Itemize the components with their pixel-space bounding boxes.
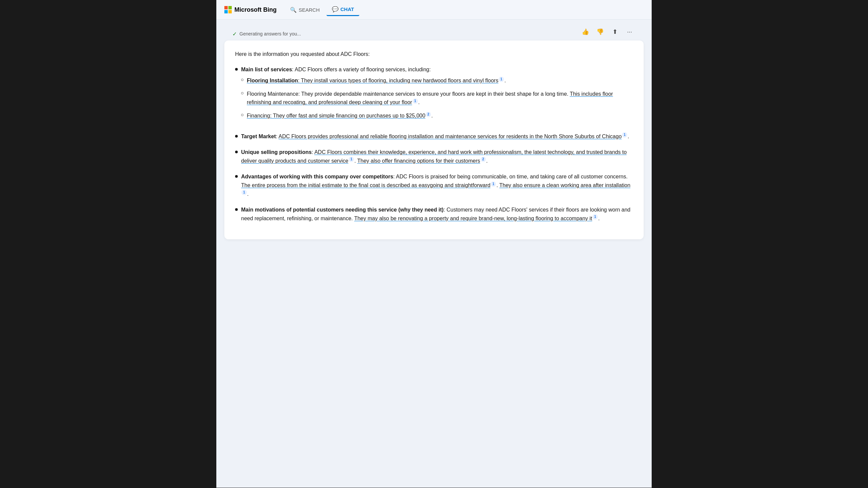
services-label: Main list of services: ADC Floors offers… — [241, 67, 431, 72]
installation-link[interactable]: Flooring Installation: They install vari… — [247, 78, 498, 83]
services-content: Main list of services: ADC Floors offers… — [241, 65, 633, 125]
list-item-target-market: Target Market: ADC Floors provides profe… — [235, 132, 633, 141]
header-top: ✓ Generating answers for you... 👍 👎 ⬆ ··… — [216, 20, 652, 40]
svg-rect-2 — [224, 10, 228, 13]
main-list: Main list of services: ADC Floors offers… — [235, 65, 633, 223]
motivations-content: Main motivations of potential customers … — [241, 205, 633, 223]
bullet-motivations — [235, 208, 238, 211]
sub-bullet-installation — [241, 79, 244, 81]
advantages-label: Advantages of working with this company … — [241, 174, 393, 180]
more-button[interactable]: ··· — [624, 26, 636, 38]
top-bar: Microsoft Bing 🔍 SEARCH 💬 CHAT — [216, 0, 652, 20]
search-icon: 🔍 — [290, 7, 297, 13]
advantages-link1[interactable]: The entire process from the initial esti… — [241, 183, 490, 188]
sub-bullet-maintenance — [241, 92, 244, 94]
target-market-label: Target Market — [241, 134, 276, 139]
bullet-usp — [235, 151, 238, 153]
thumbsdown-button[interactable]: 👎 — [594, 26, 606, 38]
advantages-content: Advantages of working with this company … — [241, 172, 633, 198]
bing-logo[interactable]: Microsoft Bing — [224, 6, 277, 13]
citation-2b: 2 — [480, 157, 486, 162]
nav-tabs: 🔍 SEARCH 💬 CHAT — [285, 3, 359, 16]
sub-item-maintenance: Flooring Maintenance: They provide depen… — [241, 90, 633, 107]
tab-chat-label: CHAT — [341, 6, 354, 12]
status-bar: ✓ Generating answers for you... — [224, 27, 309, 37]
tab-search-label: SEARCH — [299, 7, 320, 13]
citation-1f: 1 — [242, 190, 247, 195]
sub-bullet-financing — [241, 114, 244, 116]
bullet-advantages — [235, 175, 238, 178]
browser-window: Microsoft Bing 🔍 SEARCH 💬 CHAT ✓ Generat… — [216, 0, 652, 488]
maintenance-text: Flooring Maintenance: They provide depen… — [247, 90, 633, 107]
bing-logo-text: Microsoft Bing — [235, 6, 277, 13]
sub-list-services: Flooring Installation: They install vari… — [241, 76, 633, 120]
citation-2a: 2 — [426, 112, 431, 117]
advantages-link2[interactable]: They also ensure a clean working area af… — [499, 183, 630, 188]
citation-1g: 1 — [592, 214, 598, 220]
thumbsup-button[interactable]: 👍 — [579, 26, 591, 38]
motivations-link1[interactable]: They may also be renovating a property a… — [354, 216, 592, 221]
list-item-advantages: Advantages of working with this company … — [235, 172, 633, 198]
intro-text: Here is the information you requested ab… — [235, 50, 633, 59]
citation-1a: 1 — [499, 77, 504, 82]
list-item-usp: Unique selling propositions: ADC Floors … — [235, 148, 633, 165]
main-content: ✓ Generating answers for you... 👍 👎 ⬆ ··… — [216, 20, 652, 488]
chat-icon: 💬 — [332, 6, 339, 12]
financing-link[interactable]: Financing: They offer fast and simple fi… — [247, 113, 425, 119]
tab-chat[interactable]: 💬 CHAT — [327, 3, 360, 16]
usp-content: Unique selling propositions: ADC Floors … — [241, 148, 633, 165]
target-market-link[interactable]: ADC Floors provides professional and rel… — [279, 134, 622, 139]
status-text: Generating answers for you... — [240, 31, 301, 36]
citation-1c: 1 — [622, 132, 627, 137]
svg-rect-0 — [224, 6, 228, 9]
share-button[interactable]: ⬆ — [609, 26, 621, 38]
bing-logo-icon — [224, 6, 232, 13]
list-item-services: Main list of services: ADC Floors offers… — [235, 65, 633, 125]
check-icon: ✓ — [232, 31, 237, 37]
tab-search[interactable]: 🔍 SEARCH — [285, 4, 325, 16]
maintenance-link[interactable]: This includes floor refinishing and reco… — [247, 91, 613, 105]
usp-label: Unique selling propositions — [241, 149, 312, 155]
citation-1e: 1 — [491, 182, 496, 187]
toolbar-right: 👍 👎 ⬆ ··· — [571, 23, 644, 40]
bullet-target-market — [235, 135, 238, 137]
motivations-label: Main motivations of potential customers … — [241, 207, 444, 213]
usp-link2[interactable]: They also offer financing options for th… — [357, 158, 480, 164]
svg-rect-3 — [228, 10, 232, 13]
list-item-motivations: Main motivations of potential customers … — [235, 205, 633, 223]
svg-rect-1 — [228, 6, 232, 9]
citation-1b: 1 — [412, 98, 418, 104]
content-card: Here is the information you requested ab… — [224, 40, 644, 239]
installation-text: Flooring Installation: They install vari… — [247, 76, 506, 85]
bullet-services — [235, 68, 238, 71]
sub-item-installation: Flooring Installation: They install vari… — [241, 76, 633, 85]
sub-item-financing: Financing: They offer fast and simple fi… — [241, 111, 633, 120]
citation-1d: 1 — [349, 157, 354, 162]
financing-text: Financing: They offer fast and simple fi… — [247, 111, 433, 120]
target-market-content: Target Market: ADC Floors provides profe… — [241, 132, 633, 141]
